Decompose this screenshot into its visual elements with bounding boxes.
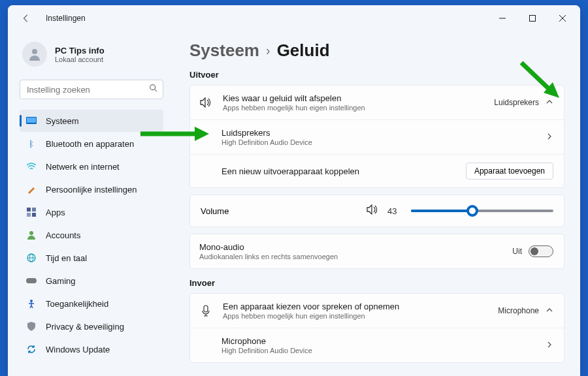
row-subtitle: Apps hebben mogelijk hun eigen instellin…: [223, 104, 494, 112]
main-panel: Systeem › Geluid Uitvoer Kies waar u gel…: [170, 31, 580, 376]
bluetooth-icon: ᛒ: [26, 138, 37, 149]
close-button[interactable]: [547, 5, 578, 31]
network-icon: [26, 161, 37, 172]
sidebar-item-network[interactable]: Netwerk en internet: [20, 155, 163, 178]
mono-card: Mono-audio Audiokanalen links en rechts …: [189, 234, 564, 269]
sidebar-item-apps[interactable]: Apps: [20, 201, 163, 223]
system-icon: [26, 116, 37, 126]
user-account[interactable]: PC Tips info Lokaal account: [20, 40, 163, 68]
user-name: PC Tips info: [55, 46, 105, 55]
microphone-icon: [199, 305, 212, 317]
nav-label: Apps: [46, 208, 65, 217]
svg-point-18: [30, 300, 33, 302]
slider-thumb[interactable]: [466, 205, 478, 217]
input-choose-row[interactable]: Een apparaat kiezen voor spreken of opne…: [190, 294, 564, 328]
nav-label: Netwerk en internet: [46, 162, 120, 172]
sidebar: PC Tips info Lokaal account Systeem ᛒBlu…: [8, 31, 170, 376]
chevron-up-icon: [546, 305, 553, 317]
input-device-row[interactable]: Microphone High Definition Audio Device: [190, 328, 564, 362]
sidebar-item-personalization[interactable]: Persoonlijke instellingen: [20, 178, 163, 200]
nav-label: Systeem: [46, 116, 79, 126]
svg-rect-17: [26, 278, 37, 283]
speaker-icon: [199, 97, 212, 108]
gaming-icon: [26, 275, 37, 286]
sidebar-item-gaming[interactable]: Gaming: [20, 270, 163, 292]
svg-rect-8: [27, 118, 36, 123]
nav-label: Persoonlijke instellingen: [46, 185, 137, 195]
output-device-row[interactable]: Luidsprekers High Definition Audio Devic…: [190, 120, 564, 155]
output-choose-row[interactable]: Kies waar u geluid wilt afspelen Apps he…: [190, 86, 564, 120]
nav-label: Windows Update: [46, 345, 110, 354]
input-current-device: Microphone: [498, 306, 539, 315]
row-title: Microphone: [221, 336, 546, 346]
nav-label: Privacy & beveiliging: [46, 322, 124, 332]
globe-icon: [26, 253, 37, 263]
back-button[interactable]: [18, 10, 34, 26]
volume-slider[interactable]: [411, 210, 553, 212]
apps-icon: [26, 207, 37, 217]
svg-rect-11: [27, 213, 31, 217]
svg-rect-10: [32, 208, 36, 212]
nav-label: Accounts: [46, 230, 80, 240]
section-output-label: Uitvoer: [189, 70, 564, 80]
chevron-up-icon: [546, 97, 553, 108]
minimize-button[interactable]: [487, 5, 517, 31]
content: PC Tips info Lokaal account Systeem ᛒBlu…: [8, 31, 580, 376]
avatar: [22, 42, 47, 67]
nav-label: Bluetooth en apparaten: [46, 139, 134, 149]
volume-card: Volume 43: [189, 195, 564, 227]
volume-label: Volume: [201, 206, 357, 216]
nav-label: Toegankelijkheid: [46, 299, 108, 309]
breadcrumb: Systeem › Geluid: [189, 40, 564, 61]
row-title: Mono-audio: [199, 242, 512, 252]
add-device-button[interactable]: Apparaat toevoegen: [466, 163, 553, 180]
window-controls: [487, 5, 578, 31]
slider-fill: [411, 210, 472, 212]
svg-point-13: [29, 231, 33, 235]
sidebar-item-time[interactable]: Tijd en taal: [20, 247, 163, 269]
output-current-device: Luidsprekers: [494, 98, 539, 107]
arrow-left-icon: [22, 14, 31, 23]
output-pair-row: Een nieuw uitvoerapparaat koppelen Appar…: [190, 155, 564, 187]
sidebar-item-update[interactable]: Windows Update: [20, 338, 163, 360]
accessibility-icon: [26, 298, 37, 309]
update-icon: [26, 344, 37, 354]
user-subtitle: Lokaal account: [55, 55, 105, 63]
input-card: Een apparaat kiezen voor spreken of opne…: [189, 293, 564, 363]
row-subtitle: High Definition Audio Device: [221, 138, 546, 146]
svg-rect-12: [32, 213, 36, 217]
sidebar-item-system[interactable]: Systeem: [20, 110, 163, 132]
minimize-icon: [499, 15, 506, 22]
sidebar-item-bluetooth[interactable]: ᛒBluetooth en apparaten: [20, 133, 163, 155]
nav-label: Tijd en taal: [46, 253, 87, 263]
maximize-icon: [529, 15, 536, 22]
sidebar-item-accessibility[interactable]: Toegankelijkheid: [20, 292, 163, 315]
maximize-button[interactable]: [517, 5, 547, 31]
mono-row[interactable]: Mono-audio Audiokanalen links en rechts …: [190, 234, 564, 268]
volume-value: 43: [387, 206, 402, 216]
output-card: Kies waar u geluid wilt afspelen Apps he…: [189, 85, 564, 188]
svg-rect-1: [530, 16, 536, 22]
svg-point-4: [32, 49, 37, 54]
mono-state-label: Uit: [512, 247, 522, 256]
breadcrumb-parent[interactable]: Systeem: [189, 40, 259, 61]
sidebar-item-privacy[interactable]: Privacy & beveiliging: [20, 315, 163, 337]
titlebar: Instellingen: [8, 5, 580, 31]
row-subtitle: High Definition Audio Device: [221, 347, 546, 354]
shield-icon: [26, 321, 37, 332]
nav-list: Systeem ᛒBluetooth en apparaten Netwerk …: [20, 110, 163, 360]
search-wrap: [20, 80, 163, 99]
mono-toggle[interactable]: [529, 245, 553, 257]
search-input[interactable]: [20, 80, 163, 99]
svg-line-6: [155, 89, 157, 92]
close-icon: [559, 15, 566, 22]
titlebar-title: Instellingen: [46, 14, 86, 23]
speaker-icon[interactable]: [367, 204, 378, 217]
sidebar-item-accounts[interactable]: Accounts: [20, 224, 163, 246]
row-subtitle: Apps hebben mogelijk hun eigen instellin…: [223, 312, 498, 320]
svg-rect-19: [204, 306, 208, 312]
settings-window: Instellingen PC Tips info Lokaal account: [8, 5, 580, 376]
chevron-right-icon: [546, 339, 553, 351]
row-title: Luidsprekers: [221, 128, 546, 138]
accounts-icon: [26, 230, 37, 240]
